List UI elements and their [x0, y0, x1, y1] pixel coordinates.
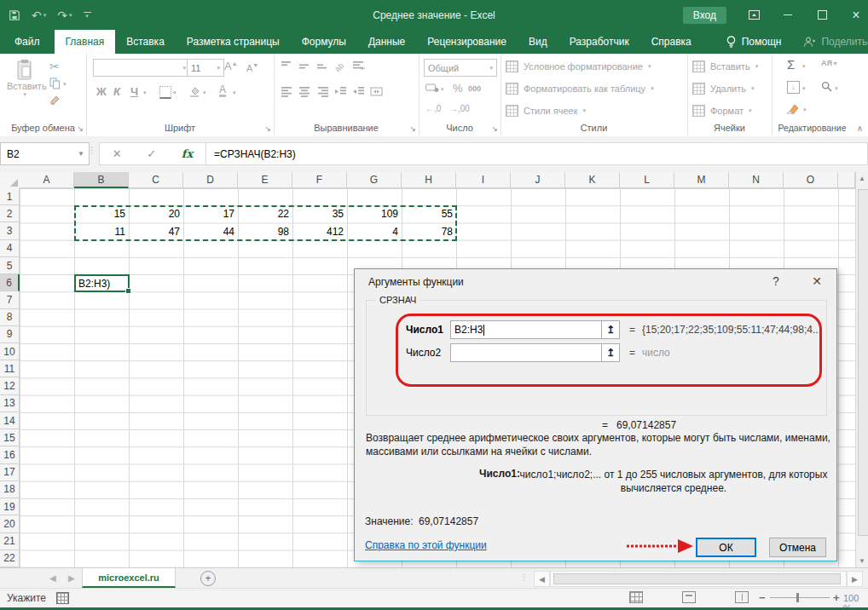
borders-icon[interactable]: [159, 86, 171, 99]
name-box[interactable]: B2 ▼: [0, 142, 90, 165]
select-all-button[interactable]: [0, 172, 20, 189]
tab-формулы[interactable]: Формулы: [291, 30, 357, 54]
zoom-slider[interactable]: [770, 597, 830, 598]
undo-icon[interactable]: ↶▾: [32, 9, 46, 21]
accounting-dropdown-icon[interactable]: ▾: [441, 86, 444, 92]
row-header-14[interactable]: 14: [0, 412, 20, 429]
row-header-6[interactable]: 6: [0, 274, 20, 291]
format-cells-button[interactable]: Формат▾: [692, 105, 752, 117]
wrap-text-icon[interactable]: ↵: [352, 60, 365, 72]
bold-button[interactable]: Ж: [96, 86, 107, 97]
font-color-dropdown-icon[interactable]: ▾: [233, 89, 236, 95]
column-header-a[interactable]: A: [20, 172, 74, 188]
column-header-m[interactable]: M: [674, 172, 729, 188]
fill-dropdown-icon[interactable]: ▾: [802, 85, 806, 91]
autosum-dropdown-icon[interactable]: ▾: [802, 63, 806, 69]
zoom-in-icon[interactable]: +: [833, 591, 840, 604]
horizontal-scrollbar[interactable]: [550, 571, 847, 587]
column-header-g[interactable]: G: [347, 172, 402, 188]
format-as-table-button[interactable]: Форматировать как таблицу▾: [506, 83, 654, 95]
fill-down-icon[interactable]: ↓: [787, 81, 800, 94]
cell-styles-button[interactable]: Стили ячеек▾: [506, 105, 586, 117]
clear-eraser-icon[interactable]: [784, 103, 799, 114]
font-name-combo[interactable]: ▾: [93, 59, 190, 77]
hscroll-left-icon[interactable]: ◀: [534, 571, 550, 587]
tab-разметка-страницы[interactable]: Разметка страницы: [176, 30, 291, 54]
vertical-scrollbar[interactable]: ▲ ▼: [855, 172, 868, 567]
edit-cell-b6[interactable]: B2:H3): [74, 274, 130, 292]
cancel-button[interactable]: Отмена: [769, 538, 826, 557]
row-header-10[interactable]: 10: [0, 343, 20, 360]
find-dropdown-icon[interactable]: ▾: [835, 85, 838, 91]
row-header-20[interactable]: 20: [0, 515, 20, 532]
column-header-i[interactable]: I: [456, 172, 511, 188]
function-help-link[interactable]: Справка по этой функции: [365, 539, 487, 551]
insert-function-icon[interactable]: fx: [182, 147, 193, 160]
row-header-8[interactable]: 8: [0, 309, 20, 326]
font-size-combo[interactable]: 11▾: [187, 59, 224, 77]
row-header-16[interactable]: 16: [0, 446, 20, 463]
paste-button[interactable]: Вставить ▾: [7, 59, 43, 98]
find-select-icon[interactable]: [821, 81, 832, 92]
column-header-f[interactable]: F: [292, 172, 347, 188]
tab-помощн[interactable]: Помощн: [715, 30, 793, 54]
column-header-partial[interactable]: [838, 172, 855, 188]
tab-справка[interactable]: Справка: [640, 30, 703, 54]
horizontal-scroll-thumb[interactable]: [553, 573, 841, 584]
page-break-view-icon[interactable]: [735, 591, 749, 603]
column-header-b[interactable]: B: [74, 172, 129, 188]
row-header-9[interactable]: 9: [0, 326, 20, 343]
row-header-17[interactable]: 17: [0, 464, 20, 481]
number-format-combo[interactable]: Общий▾: [424, 59, 497, 77]
column-header-l[interactable]: L: [620, 172, 674, 188]
column-header-n[interactable]: N: [729, 172, 784, 188]
alignment-dialog-launcher-icon[interactable]: ↘: [409, 124, 416, 133]
zoom-slider-knob[interactable]: [796, 593, 799, 602]
dialog-close-icon[interactable]: ✕: [807, 274, 826, 288]
increase-indent-icon[interactable]: [352, 86, 365, 97]
copy-dropdown-icon[interactable]: ▾: [63, 81, 67, 87]
format-painter-icon[interactable]: [49, 95, 61, 106]
column-header-e[interactable]: E: [238, 172, 292, 188]
row-header-5[interactable]: 5: [0, 257, 20, 274]
font-color-icon[interactable]: А: [219, 84, 226, 97]
collapse-ribbon-icon[interactable]: ∧: [857, 124, 863, 133]
delete-cells-button[interactable]: Удалить▾: [692, 83, 755, 95]
row-header-1[interactable]: 1: [0, 188, 20, 205]
redo-icon[interactable]: ↷▾: [57, 9, 72, 21]
hscroll-right-icon[interactable]: ▶: [847, 571, 863, 587]
column-header-c[interactable]: C: [129, 172, 183, 188]
tab-файл[interactable]: Файл: [0, 30, 55, 54]
scrollbar-divider[interactable]: ⋮: [520, 573, 529, 582]
signin-button[interactable]: Вход: [683, 7, 726, 24]
tab-разработчик[interactable]: Разработчик: [558, 30, 640, 54]
minimize-icon[interactable]: [781, 9, 795, 22]
row-header-21[interactable]: 21: [0, 533, 20, 550]
comma-style-icon[interactable]: 000: [468, 85, 481, 93]
tab-рецензирование[interactable]: Рецензирование: [416, 30, 518, 54]
add-sheet-icon[interactable]: +: [200, 571, 216, 586]
align-right-icon[interactable]: [316, 86, 329, 97]
copy-icon[interactable]: [49, 78, 61, 89]
row-header-3[interactable]: 3: [0, 222, 20, 239]
row-header-12[interactable]: 12: [0, 377, 20, 394]
macro-record-icon[interactable]: [56, 592, 69, 604]
column-header-h[interactable]: H: [402, 172, 456, 188]
scroll-down-icon[interactable]: ▼: [856, 557, 868, 565]
orientation-icon[interactable]: ab: [334, 60, 347, 72]
row-header-13[interactable]: 13: [0, 395, 20, 412]
sheet-nav-right-icon[interactable]: ▶: [68, 573, 75, 583]
page-layout-view-icon[interactable]: [682, 591, 696, 603]
collapse-dialog-icon[interactable]: ↥: [601, 320, 620, 339]
cut-icon[interactable]: ✂: [49, 60, 60, 72]
decrease-indent-icon[interactable]: [334, 86, 347, 97]
row-header-18[interactable]: 18: [0, 481, 20, 498]
align-left-icon[interactable]: [281, 86, 293, 97]
formula-input[interactable]: =СРЗНАЧ(B2:H3): [205, 142, 868, 165]
tab-данные[interactable]: Данные: [357, 30, 416, 54]
align-middle-icon[interactable]: [298, 60, 311, 72]
arg-input-1[interactable]: B2:H3: [450, 320, 602, 339]
grow-font-icon[interactable]: А▲: [224, 60, 238, 72]
align-bottom-icon[interactable]: [316, 60, 329, 72]
vertical-scroll-thumb[interactable]: [858, 189, 868, 536]
